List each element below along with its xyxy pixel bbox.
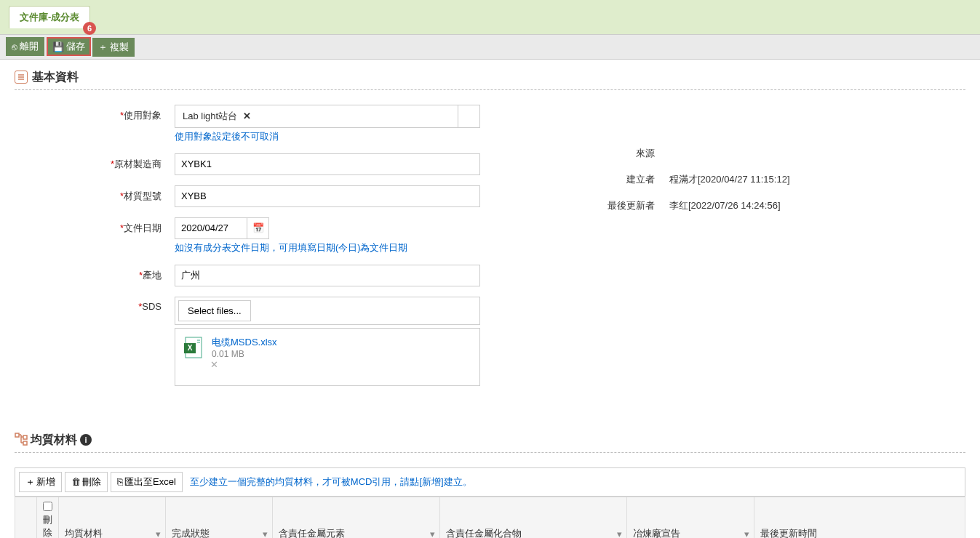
filter-icon[interactable]: ▾ xyxy=(430,528,435,538)
excel-icon: ⎘ xyxy=(117,476,123,487)
add-button[interactable]: ＋新增 xyxy=(19,472,62,492)
list-icon xyxy=(15,71,28,84)
divider xyxy=(15,89,965,90)
filter-icon[interactable]: ▾ xyxy=(744,528,749,538)
excel-file-icon: X xyxy=(183,336,206,359)
col-status[interactable]: 完成狀態▾ xyxy=(165,497,272,538)
delete-button[interactable]: 🗑刪除 xyxy=(65,472,108,492)
plus-icon: ＋ xyxy=(25,475,35,489)
creator-label: 建立者 xyxy=(567,173,669,186)
grid-hint: 至少建立一個完整的均質材料，才可被MCD引用，請點[新增]建立。 xyxy=(190,475,472,489)
select-files-button[interactable]: Select files... xyxy=(178,300,251,321)
select-all-checkbox[interactable] xyxy=(43,502,52,511)
doc-date-label: 文件日期 xyxy=(124,222,162,233)
tree-icon xyxy=(15,433,28,448)
save-icon: 💾 xyxy=(52,41,64,52)
homogeneous-section-title: 均質材料 xyxy=(31,433,77,448)
target-input[interactable]: Lab light站台 ✕ xyxy=(175,105,458,128)
svg-rect-9 xyxy=(23,435,27,439)
manufacturer-input[interactable] xyxy=(175,153,480,175)
col-expand xyxy=(15,497,37,538)
svg-rect-8 xyxy=(15,433,19,437)
col-updated[interactable]: 最後更新時間 xyxy=(754,497,965,538)
materials-grid: 刪除選取 均質材料▾ 完成狀態▾ 含責任金屬元素▾ 含責任金屬化合物▾ 冶煉廠宣… xyxy=(15,497,965,539)
filter-icon[interactable]: ▾ xyxy=(156,528,161,538)
target-tag: Lab light站台 xyxy=(178,108,242,124)
calendar-icon: 📅 xyxy=(252,222,264,233)
material-model-input[interactable] xyxy=(175,185,480,207)
copy-button[interactable]: ＋複製 xyxy=(92,38,135,57)
leave-button[interactable]: ⎋離開 xyxy=(6,37,44,56)
step-badge: 6 xyxy=(83,22,96,35)
filter-icon[interactable]: ▾ xyxy=(263,528,268,538)
sds-label: SDS xyxy=(142,301,162,312)
attachment-remove-icon[interactable]: ✕ xyxy=(210,359,472,370)
attachment-item: X 电缆MSDS.xlsx 0.01 MB xyxy=(183,336,472,359)
col-delete-select: 刪除選取 xyxy=(37,497,59,538)
col-metal[interactable]: 含責任金屬元素▾ xyxy=(272,497,439,538)
manufacturer-label: 原材製造商 xyxy=(114,158,162,169)
origin-label: 產地 xyxy=(143,270,162,281)
svg-rect-10 xyxy=(23,441,27,445)
source-label: 來源 xyxy=(567,147,669,160)
divider xyxy=(15,452,965,453)
origin-input[interactable] xyxy=(175,265,480,286)
target-label: 使用對象 xyxy=(124,110,162,121)
homogeneous-section-header: 均質材料 i xyxy=(15,433,965,448)
trash-icon: 🗑 xyxy=(71,476,81,487)
calendar-button[interactable]: 📅 xyxy=(247,217,269,239)
attachment-filename[interactable]: 电缆MSDS.xlsx xyxy=(212,336,277,349)
col-smelter[interactable]: 冶煉廠宣告▾ xyxy=(627,497,754,538)
tab-document-composition[interactable]: 文件庫-成分表 xyxy=(9,6,90,28)
basic-section-header: 基本資料 xyxy=(15,70,965,85)
col-compound[interactable]: 含責任金屬化合物▾ xyxy=(439,497,627,538)
save-button[interactable]: 💾儲存 xyxy=(47,37,91,56)
attachments-box: X 电缆MSDS.xlsx 0.01 MB ✕ xyxy=(175,328,480,386)
exit-icon: ⎋ xyxy=(12,41,17,52)
export-excel-button[interactable]: ⎘匯出至Excel xyxy=(111,472,183,492)
plus-icon: ＋ xyxy=(98,41,108,54)
updater-value: 李红[2022/07/26 14:24:56] xyxy=(669,199,781,212)
doc-date-hint: 如沒有成分表文件日期，可用填寫日期(今日)為文件日期 xyxy=(175,242,480,254)
doc-date-input[interactable] xyxy=(175,217,247,239)
attachment-filesize: 0.01 MB xyxy=(212,349,277,359)
remove-tag-icon[interactable]: ✕ xyxy=(243,111,251,121)
info-icon[interactable]: i xyxy=(80,434,92,446)
updater-label: 最後更新者 xyxy=(567,199,669,212)
target-hint: 使用對象設定後不可取消 xyxy=(175,131,480,143)
svg-text:X: X xyxy=(188,344,193,352)
action-toolbar: ⎋離開 💾儲存 ＋複製 xyxy=(0,34,980,60)
basic-section-title: 基本資料 xyxy=(32,70,79,85)
creator-value: 程滿才[2020/04/27 11:15:12] xyxy=(669,173,790,186)
target-dropdown-button[interactable] xyxy=(458,105,480,128)
grid-toolbar: ＋新增 🗑刪除 ⎘匯出至Excel 至少建立一個完整的均質材料，才可被MCD引用… xyxy=(15,467,965,497)
tab-bar: 文件庫-成分表 6 xyxy=(0,0,980,34)
model-label: 材質型號 xyxy=(124,190,162,201)
col-material[interactable]: 均質材料▾ xyxy=(59,497,166,538)
filter-icon[interactable]: ▾ xyxy=(617,528,622,538)
